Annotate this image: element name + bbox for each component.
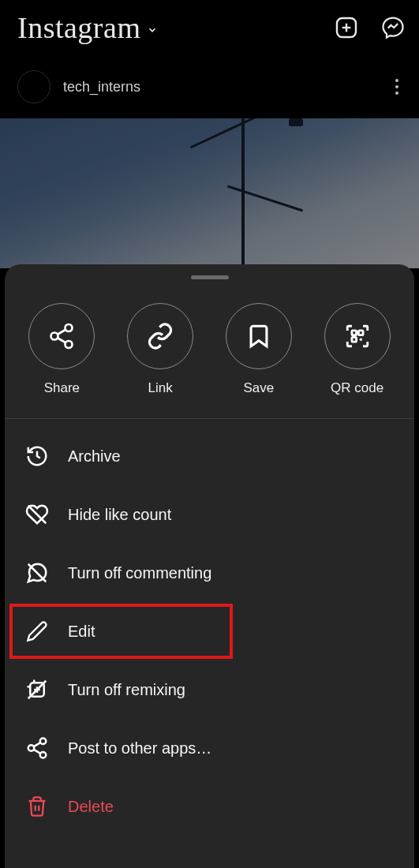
hide-likes-item[interactable]: Hide like count bbox=[5, 485, 414, 544]
share-action[interactable]: Share bbox=[22, 303, 101, 396]
app-header: Instagram bbox=[0, 0, 419, 55]
svg-point-5 bbox=[65, 341, 73, 348]
svg-line-6 bbox=[58, 330, 65, 335]
logo-dropdown[interactable]: Instagram bbox=[17, 10, 158, 45]
save-action[interactable]: Save bbox=[219, 303, 298, 396]
post-image bbox=[0, 118, 419, 268]
trash-icon bbox=[26, 795, 48, 817]
svg-rect-8 bbox=[352, 331, 357, 335]
share-icon bbox=[47, 322, 76, 350]
turn-off-remixing-label: Turn off remixing bbox=[68, 681, 185, 699]
turn-off-commenting-item[interactable]: Turn off commenting bbox=[5, 544, 414, 602]
quick-actions-row: Share Link Save bbox=[5, 297, 414, 419]
qrcode-label: QR code bbox=[331, 380, 383, 396]
delete-item[interactable]: Delete bbox=[5, 777, 414, 836]
link-label: Link bbox=[148, 380, 173, 396]
heart-off-icon bbox=[25, 503, 49, 526]
menu-list: Archive Hide like count Turn off comment… bbox=[5, 419, 414, 844]
bookmark-icon bbox=[245, 323, 272, 350]
edit-label: Edit bbox=[68, 623, 95, 641]
avatar bbox=[17, 70, 51, 103]
hide-likes-label: Hide like count bbox=[68, 506, 171, 524]
svg-line-19 bbox=[34, 743, 41, 746]
share-nodes-icon bbox=[25, 736, 49, 760]
delete-label: Delete bbox=[68, 798, 114, 816]
link-action[interactable]: Link bbox=[121, 303, 200, 396]
plus-square-icon bbox=[334, 15, 359, 40]
archive-item[interactable]: Archive bbox=[5, 427, 414, 485]
svg-point-4 bbox=[51, 333, 58, 340]
edit-item[interactable]: Edit bbox=[5, 602, 414, 660]
chevron-down-icon bbox=[147, 24, 158, 36]
new-post-button[interactable] bbox=[334, 15, 359, 40]
svg-rect-10 bbox=[352, 337, 357, 342]
qrcode-action[interactable]: QR code bbox=[318, 303, 397, 396]
remix-icon bbox=[25, 678, 49, 702]
svg-line-20 bbox=[34, 750, 41, 754]
link-icon bbox=[146, 322, 174, 350]
qrcode-icon bbox=[344, 323, 371, 350]
turn-off-remixing-item[interactable]: Turn off remixing bbox=[5, 660, 414, 719]
messenger-button[interactable] bbox=[381, 16, 405, 39]
header-actions bbox=[334, 15, 405, 40]
comment-off-icon bbox=[25, 561, 49, 585]
svg-point-17 bbox=[28, 745, 35, 751]
post-to-other-label: Post to other apps… bbox=[68, 739, 211, 758]
svg-rect-9 bbox=[358, 331, 363, 335]
svg-point-18 bbox=[40, 752, 47, 758]
instagram-logo: Instagram bbox=[17, 10, 140, 45]
user-info[interactable]: tech_interns bbox=[17, 70, 140, 103]
post-header: tech_interns bbox=[0, 55, 419, 118]
svg-point-16 bbox=[40, 739, 47, 745]
pencil-icon bbox=[26, 620, 48, 642]
more-options-button[interactable] bbox=[389, 73, 405, 101]
save-label: Save bbox=[244, 380, 275, 396]
options-sheet: Share Link Save bbox=[5, 264, 414, 868]
svg-point-11 bbox=[359, 339, 361, 341]
post-to-other-item[interactable]: Post to other apps… bbox=[5, 719, 414, 777]
sheet-grabber[interactable] bbox=[191, 275, 229, 279]
archive-label: Archive bbox=[68, 447, 121, 466]
turn-off-commenting-label: Turn off commenting bbox=[68, 564, 211, 582]
svg-line-7 bbox=[58, 338, 65, 342]
svg-point-3 bbox=[65, 324, 73, 331]
archive-icon bbox=[25, 444, 49, 468]
messenger-icon bbox=[381, 16, 405, 39]
username: tech_interns bbox=[63, 79, 140, 95]
share-label: Share bbox=[44, 380, 80, 396]
